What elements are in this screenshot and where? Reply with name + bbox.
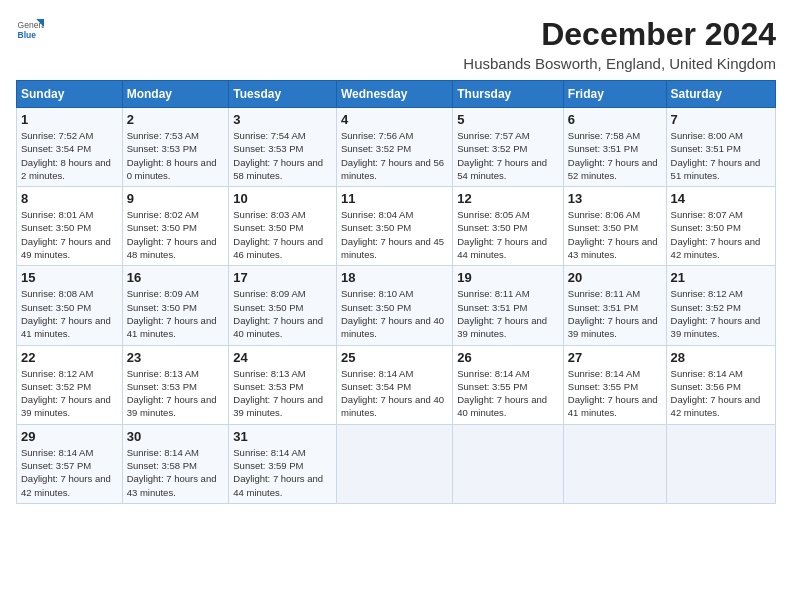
calendar-day-cell: 10 Sunrise: 8:03 AMSunset: 3:50 PMDaylig… [229, 187, 337, 266]
day-number: 24 [233, 350, 332, 365]
calendar-day-cell: 20 Sunrise: 8:11 AMSunset: 3:51 PMDaylig… [563, 266, 666, 345]
calendar-day-cell [666, 424, 775, 503]
calendar-week-row: 15 Sunrise: 8:08 AMSunset: 3:50 PMDaylig… [17, 266, 776, 345]
day-number: 15 [21, 270, 118, 285]
day-info: Sunrise: 7:54 AMSunset: 3:53 PMDaylight:… [233, 130, 323, 181]
calendar-day-cell: 9 Sunrise: 8:02 AMSunset: 3:50 PMDayligh… [122, 187, 229, 266]
day-number: 9 [127, 191, 225, 206]
day-info: Sunrise: 8:02 AMSunset: 3:50 PMDaylight:… [127, 209, 217, 260]
day-info: Sunrise: 7:56 AMSunset: 3:52 PMDaylight:… [341, 130, 444, 181]
header-wednesday: Wednesday [337, 81, 453, 108]
day-number: 21 [671, 270, 771, 285]
calendar-day-cell: 6 Sunrise: 7:58 AMSunset: 3:51 PMDayligh… [563, 108, 666, 187]
day-info: Sunrise: 8:13 AMSunset: 3:53 PMDaylight:… [127, 368, 217, 419]
calendar-day-cell: 28 Sunrise: 8:14 AMSunset: 3:56 PMDaylig… [666, 345, 775, 424]
day-number: 28 [671, 350, 771, 365]
title-section: December 2024 Husbands Bosworth, England… [463, 16, 776, 72]
day-info: Sunrise: 7:57 AMSunset: 3:52 PMDaylight:… [457, 130, 547, 181]
calendar-table: Sunday Monday Tuesday Wednesday Thursday… [16, 80, 776, 504]
day-number: 11 [341, 191, 448, 206]
header-monday: Monday [122, 81, 229, 108]
calendar-day-cell: 4 Sunrise: 7:56 AMSunset: 3:52 PMDayligh… [337, 108, 453, 187]
day-number: 31 [233, 429, 332, 444]
page-header: General Blue December 2024 Husbands Bosw… [16, 16, 776, 72]
weekday-header-row: Sunday Monday Tuesday Wednesday Thursday… [17, 81, 776, 108]
calendar-day-cell: 21 Sunrise: 8:12 AMSunset: 3:52 PMDaylig… [666, 266, 775, 345]
calendar-day-cell: 7 Sunrise: 8:00 AMSunset: 3:51 PMDayligh… [666, 108, 775, 187]
calendar-day-cell: 31 Sunrise: 8:14 AMSunset: 3:59 PMDaylig… [229, 424, 337, 503]
day-number: 29 [21, 429, 118, 444]
location-subtitle: Husbands Bosworth, England, United Kingd… [463, 55, 776, 72]
day-info: Sunrise: 7:52 AMSunset: 3:54 PMDaylight:… [21, 130, 111, 181]
calendar-day-cell [337, 424, 453, 503]
calendar-day-cell: 17 Sunrise: 8:09 AMSunset: 3:50 PMDaylig… [229, 266, 337, 345]
day-number: 4 [341, 112, 448, 127]
day-number: 7 [671, 112, 771, 127]
logo: General Blue [16, 16, 44, 44]
day-number: 12 [457, 191, 559, 206]
day-info: Sunrise: 8:14 AMSunset: 3:55 PMDaylight:… [457, 368, 547, 419]
header-friday: Friday [563, 81, 666, 108]
day-info: Sunrise: 8:11 AMSunset: 3:51 PMDaylight:… [568, 288, 658, 339]
day-info: Sunrise: 8:14 AMSunset: 3:55 PMDaylight:… [568, 368, 658, 419]
calendar-day-cell: 29 Sunrise: 8:14 AMSunset: 3:57 PMDaylig… [17, 424, 123, 503]
calendar-day-cell [453, 424, 564, 503]
day-number: 22 [21, 350, 118, 365]
calendar-day-cell: 23 Sunrise: 8:13 AMSunset: 3:53 PMDaylig… [122, 345, 229, 424]
day-info: Sunrise: 8:13 AMSunset: 3:53 PMDaylight:… [233, 368, 323, 419]
day-info: Sunrise: 8:01 AMSunset: 3:50 PMDaylight:… [21, 209, 111, 260]
calendar-day-cell: 26 Sunrise: 8:14 AMSunset: 3:55 PMDaylig… [453, 345, 564, 424]
day-info: Sunrise: 7:58 AMSunset: 3:51 PMDaylight:… [568, 130, 658, 181]
day-number: 20 [568, 270, 662, 285]
calendar-day-cell: 19 Sunrise: 8:11 AMSunset: 3:51 PMDaylig… [453, 266, 564, 345]
day-number: 13 [568, 191, 662, 206]
day-number: 10 [233, 191, 332, 206]
day-number: 8 [21, 191, 118, 206]
calendar-day-cell: 16 Sunrise: 8:09 AMSunset: 3:50 PMDaylig… [122, 266, 229, 345]
day-info: Sunrise: 8:00 AMSunset: 3:51 PMDaylight:… [671, 130, 761, 181]
day-info: Sunrise: 8:09 AMSunset: 3:50 PMDaylight:… [127, 288, 217, 339]
calendar-day-cell: 15 Sunrise: 8:08 AMSunset: 3:50 PMDaylig… [17, 266, 123, 345]
day-info: Sunrise: 8:12 AMSunset: 3:52 PMDaylight:… [21, 368, 111, 419]
header-saturday: Saturday [666, 81, 775, 108]
calendar-day-cell [563, 424, 666, 503]
calendar-day-cell: 18 Sunrise: 8:10 AMSunset: 3:50 PMDaylig… [337, 266, 453, 345]
day-number: 3 [233, 112, 332, 127]
calendar-week-row: 1 Sunrise: 7:52 AMSunset: 3:54 PMDayligh… [17, 108, 776, 187]
day-number: 16 [127, 270, 225, 285]
day-info: Sunrise: 8:14 AMSunset: 3:56 PMDaylight:… [671, 368, 761, 419]
header-thursday: Thursday [453, 81, 564, 108]
calendar-day-cell: 12 Sunrise: 8:05 AMSunset: 3:50 PMDaylig… [453, 187, 564, 266]
day-number: 5 [457, 112, 559, 127]
calendar-week-row: 8 Sunrise: 8:01 AMSunset: 3:50 PMDayligh… [17, 187, 776, 266]
day-info: Sunrise: 8:11 AMSunset: 3:51 PMDaylight:… [457, 288, 547, 339]
day-info: Sunrise: 8:09 AMSunset: 3:50 PMDaylight:… [233, 288, 323, 339]
calendar-day-cell: 30 Sunrise: 8:14 AMSunset: 3:58 PMDaylig… [122, 424, 229, 503]
day-info: Sunrise: 8:14 AMSunset: 3:54 PMDaylight:… [341, 368, 444, 419]
day-info: Sunrise: 8:04 AMSunset: 3:50 PMDaylight:… [341, 209, 444, 260]
calendar-day-cell: 13 Sunrise: 8:06 AMSunset: 3:50 PMDaylig… [563, 187, 666, 266]
day-info: Sunrise: 8:14 AMSunset: 3:57 PMDaylight:… [21, 447, 111, 498]
day-info: Sunrise: 8:14 AMSunset: 3:59 PMDaylight:… [233, 447, 323, 498]
calendar-day-cell: 3 Sunrise: 7:54 AMSunset: 3:53 PMDayligh… [229, 108, 337, 187]
day-number: 23 [127, 350, 225, 365]
calendar-day-cell: 25 Sunrise: 8:14 AMSunset: 3:54 PMDaylig… [337, 345, 453, 424]
calendar-day-cell: 24 Sunrise: 8:13 AMSunset: 3:53 PMDaylig… [229, 345, 337, 424]
month-title: December 2024 [463, 16, 776, 53]
header-sunday: Sunday [17, 81, 123, 108]
calendar-day-cell: 2 Sunrise: 7:53 AMSunset: 3:53 PMDayligh… [122, 108, 229, 187]
day-number: 19 [457, 270, 559, 285]
svg-text:Blue: Blue [18, 30, 37, 40]
day-info: Sunrise: 8:07 AMSunset: 3:50 PMDaylight:… [671, 209, 761, 260]
day-info: Sunrise: 8:12 AMSunset: 3:52 PMDaylight:… [671, 288, 761, 339]
calendar-day-cell: 1 Sunrise: 7:52 AMSunset: 3:54 PMDayligh… [17, 108, 123, 187]
day-number: 1 [21, 112, 118, 127]
day-number: 6 [568, 112, 662, 127]
day-info: Sunrise: 7:53 AMSunset: 3:53 PMDaylight:… [127, 130, 217, 181]
calendar-day-cell: 11 Sunrise: 8:04 AMSunset: 3:50 PMDaylig… [337, 187, 453, 266]
calendar-week-row: 22 Sunrise: 8:12 AMSunset: 3:52 PMDaylig… [17, 345, 776, 424]
calendar-day-cell: 14 Sunrise: 8:07 AMSunset: 3:50 PMDaylig… [666, 187, 775, 266]
day-info: Sunrise: 8:14 AMSunset: 3:58 PMDaylight:… [127, 447, 217, 498]
day-info: Sunrise: 8:10 AMSunset: 3:50 PMDaylight:… [341, 288, 444, 339]
calendar-day-cell: 22 Sunrise: 8:12 AMSunset: 3:52 PMDaylig… [17, 345, 123, 424]
